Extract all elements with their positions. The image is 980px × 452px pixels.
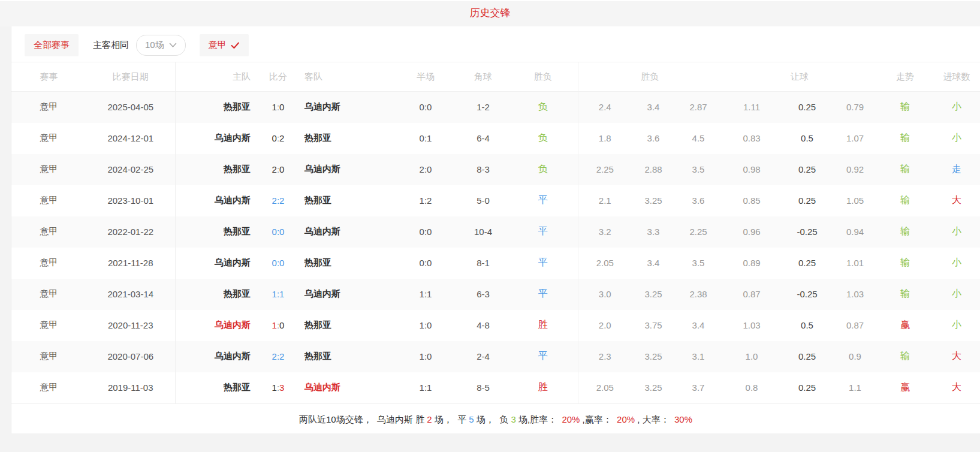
- handicap-line-cell: 0.5: [782, 310, 833, 341]
- handicap-away-cell: 0.79: [833, 92, 878, 123]
- away-team-cell: 乌迪内斯: [296, 279, 393, 310]
- handicap-line-cell: -0.25: [782, 279, 833, 310]
- halftime-cell: 0:1: [393, 123, 458, 154]
- home-team-cell: 热那亚: [175, 216, 260, 248]
- summary-over-rate: 30%: [674, 414, 692, 424]
- score-cell: 1:1: [260, 279, 296, 310]
- summary-text: 两队近10场交锋， 乌迪内斯 胜: [299, 414, 427, 424]
- odds-draw-cell: 2.88: [632, 154, 675, 185]
- table-row: 意甲 2020-07-06 乌迪内斯 2:2 热那亚 1:0 2-4 平 2.3…: [11, 341, 980, 372]
- corner-cell: 6-4: [458, 123, 508, 154]
- result-cell: 平: [508, 216, 578, 248]
- trend-cell: 赢: [878, 372, 933, 403]
- away-team-cell: 热那亚: [296, 123, 393, 154]
- halftime-cell: 0:0: [393, 248, 458, 279]
- league-cell: 意甲: [11, 123, 86, 154]
- handicap-line-cell: 0.25: [782, 248, 833, 279]
- header-score: 比分: [260, 62, 296, 92]
- odds-win-cell: 2.1: [578, 185, 632, 216]
- goals-cell: 大: [933, 341, 980, 372]
- odds-lose-cell: 3.1: [675, 341, 722, 372]
- header-date: 比赛日期: [86, 62, 175, 92]
- odds-lose-cell: 2.25: [675, 216, 722, 248]
- corner-cell: 1-2: [458, 92, 508, 123]
- odds-win-cell: 2.4: [578, 92, 632, 123]
- filter-all-events-button[interactable]: 全部赛事: [25, 34, 79, 56]
- odds-draw-cell: 3.4: [632, 248, 675, 279]
- odds-lose-cell: 3.7: [675, 372, 722, 403]
- home-team-cell: 乌迪内斯: [175, 248, 260, 279]
- odds-win-cell: 2.25: [578, 154, 632, 185]
- handicap-line-cell: 0.25: [782, 372, 833, 403]
- date-cell: 2024-02-25: [86, 154, 175, 185]
- odds-lose-cell: 4.5: [675, 123, 722, 154]
- header-odds-group: 胜负: [578, 62, 722, 92]
- odds-lose-cell: 2.87: [675, 92, 722, 123]
- away-team-cell: 热那亚: [296, 185, 393, 216]
- goals-cell: 小: [933, 310, 980, 341]
- score-cell: 0:0: [260, 216, 296, 248]
- home-team-cell: 乌迪内斯: [175, 123, 260, 154]
- goals-cell: 大: [933, 372, 980, 403]
- halftime-cell: 1:0: [393, 341, 458, 372]
- table-row: 意甲 2024-12-01 乌迪内斯 0:2 热那亚 0:1 6-4 负 1.8…: [11, 123, 980, 154]
- handicap-home-cell: 0.83: [722, 123, 782, 154]
- header-corner: 角球: [458, 62, 508, 92]
- date-cell: 2020-07-06: [86, 341, 175, 372]
- goals-cell: 小: [933, 248, 980, 279]
- away-team-cell: 乌迪内斯: [296, 154, 393, 185]
- header-home: 主队: [175, 62, 260, 92]
- summary-win-count: 2: [427, 414, 432, 424]
- home-team-cell: 热那亚: [175, 154, 260, 185]
- league-cell: 意甲: [11, 248, 86, 279]
- trend-cell: 输: [878, 216, 933, 248]
- header-half: 半场: [393, 62, 458, 92]
- home-team-cell: 乌迪内斯: [175, 310, 260, 341]
- odds-draw-cell: 3.75: [632, 310, 675, 341]
- trend-cell: 赢: [878, 310, 933, 341]
- match-count-dropdown[interactable]: 10场: [136, 35, 186, 56]
- handicap-home-cell: 0.89: [722, 248, 782, 279]
- score-cell: 0:2: [260, 123, 296, 154]
- odds-draw-cell: 3.25: [632, 372, 675, 403]
- corner-cell: 5-0: [458, 185, 508, 216]
- away-team-cell: 乌迪内斯: [296, 216, 393, 248]
- filter-bar: 全部赛事 主客相同 10场 意甲: [11, 26, 980, 62]
- header-handicap-group: 让球: [722, 62, 878, 92]
- handicap-home-cell: 1.0: [722, 341, 782, 372]
- halftime-cell: 1:2: [393, 185, 458, 216]
- filter-same-venue-button[interactable]: 主客相同: [93, 40, 129, 51]
- history-card: 全部赛事 主客相同 10场 意甲 赛事 比赛日期 主队: [11, 26, 980, 433]
- score-cell: 2:2: [260, 341, 296, 372]
- table-row: 意甲 2025-04-05 热那亚 1:0 乌迪内斯 0:0 1-2 负 2.4…: [11, 92, 980, 123]
- handicap-away-cell: 1.07: [833, 123, 878, 154]
- score-cell: 2:2: [260, 185, 296, 216]
- league-cell: 意甲: [11, 279, 86, 310]
- handicap-line-cell: 0.25: [782, 92, 833, 123]
- result-cell: 负: [508, 92, 578, 123]
- result-cell: 平: [508, 279, 578, 310]
- trend-cell: 输: [878, 341, 933, 372]
- goals-cell: 小: [933, 216, 980, 248]
- result-cell: 负: [508, 154, 578, 185]
- summary-text: 场， 负: [474, 414, 511, 424]
- handicap-away-cell: 1.05: [833, 185, 878, 216]
- odds-win-cell: 1.8: [578, 123, 632, 154]
- result-cell: 平: [508, 341, 578, 372]
- odds-win-cell: 2.05: [578, 372, 632, 403]
- odds-draw-cell: 3.6: [632, 123, 675, 154]
- handicap-home-cell: 0.8: [722, 372, 782, 403]
- corner-cell: 8-1: [458, 248, 508, 279]
- table-row: 意甲 2023-10-01 乌迪内斯 2:2 热那亚 1:2 5-0 平 2.1…: [11, 185, 980, 216]
- odds-draw-cell: 3.4: [632, 92, 675, 123]
- league-cell: 意甲: [11, 185, 86, 216]
- halftime-cell: 2:0: [393, 154, 458, 185]
- odds-win-cell: 3.0: [578, 279, 632, 310]
- handicap-home-cell: 0.85: [722, 185, 782, 216]
- odds-draw-cell: 3.25: [632, 279, 675, 310]
- handicap-away-cell: 0.94: [833, 216, 878, 248]
- handicap-home-cell: 0.96: [722, 216, 782, 248]
- filter-league-button[interactable]: 意甲: [200, 34, 249, 56]
- goals-cell: 小: [933, 92, 980, 123]
- corner-cell: 6-3: [458, 279, 508, 310]
